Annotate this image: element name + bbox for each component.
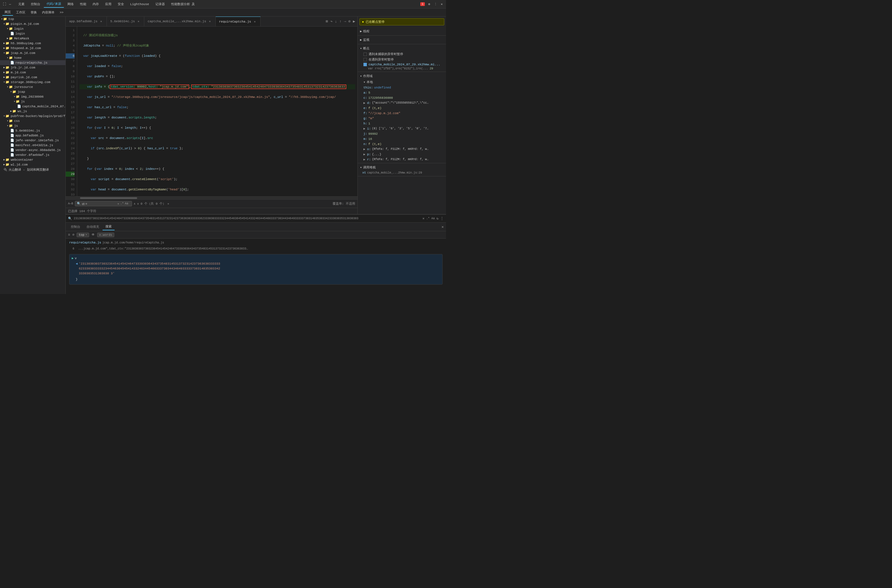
scope-r[interactable]: ▶ r: {RfeFa: f, FSiZM: f, mKRYd: f, wuAh… <box>358 157 446 162</box>
scope-d[interactable]: ▶ d: {"account":"\"15555055912\",\"ccode… <box>358 100 446 106</box>
horizontal-scrollbar[interactable] <box>66 196 357 199</box>
clear-search-icon[interactable]: ✕ <box>117 202 119 206</box>
bp-caught-checkbox[interactable] <box>363 58 367 62</box>
nav-tab-perf-data[interactable]: 性能数据分析 及 <box>168 1 198 8</box>
toolbar-clear-icon[interactable]: ⊘ <box>72 232 74 237</box>
expand-icon[interactable]: ↔ <box>8 2 12 6</box>
tree-item-jrb[interactable]: ▶ 📁 jrb.jr.jd.com <box>0 65 65 70</box>
eye-icon[interactable]: 👁 <box>92 232 95 237</box>
nav-tab-elements[interactable]: 元素 <box>15 1 27 8</box>
bottom-tab-search[interactable]: 搜索 <box>102 223 114 230</box>
threads-header[interactable]: ▶ 线程 <box>358 28 446 34</box>
nav-tab-console[interactable]: 控制台 <box>28 1 43 8</box>
step-out-icon[interactable]: ↑ <box>340 20 342 24</box>
resume-icon[interactable]: ▶ <box>353 19 355 24</box>
nav-tab-performance[interactable]: 性能 <box>77 1 89 8</box>
file-tab-close-icon[interactable]: ✕ <box>99 20 103 23</box>
result-file-row[interactable]: requireCaptcha.js jcap.m.jd.com/home/req… <box>68 240 444 246</box>
tree-item-requirecaptcha[interactable]: 📄 requireCaptcha.js <box>0 60 65 65</box>
search-input-area[interactable]: 🔍 ✕ .* Aa <box>75 201 132 206</box>
scope-p[interactable]: ▶ p: {...} <box>358 152 446 157</box>
expand-icon[interactable]: ▶ <box>363 101 366 105</box>
tree-item-wljd[interactable]: ▶ 📁 wl.jd.com <box>0 162 65 167</box>
tree-item-manifest[interactable]: 📄 manifest.e643d21a.js <box>0 143 65 148</box>
tree-item-img[interactable]: ▾ 📁 img_20230906 <box>0 94 65 99</box>
expand-arrow-icon2[interactable]: ◀ <box>76 261 78 266</box>
nav-tab-recorder[interactable]: 记录器 <box>153 1 168 8</box>
subnav-tab-overrides[interactable]: 替换 <box>28 9 39 15</box>
tree-item-jcap2[interactable]: ▾ 📁 jcap <box>0 89 65 94</box>
step-into-icon[interactable]: ↓ <box>335 20 337 24</box>
scope-o[interactable]: ▶ o: {RfeFa: f, FSiZM: f, mKRYd: f, wuAh… <box>358 147 446 152</box>
tree-item-vendor[interactable]: 📄 vendor.8faeb9af.js <box>0 152 65 157</box>
scrollbar-thumb[interactable] <box>80 197 137 199</box>
scope-i[interactable]: ▶ i: (8) ['1', '6', '3', '5', '0', '7', … <box>358 126 446 131</box>
tree-item-wsjs[interactable]: ▶ 📁 ws_js <box>0 109 65 114</box>
file-tab-captcha[interactable]: captcha_mobile_...xk2hmw.min.js ✕ <box>144 16 216 26</box>
code-content[interactable]: // 测试环境模拟加载js JdCaptcha = null; // 声明全局J… <box>77 27 357 196</box>
nav-tab-network[interactable]: 网络 <box>65 1 77 8</box>
tree-item-5e90[interactable]: 📄 5.6e90334c.js <box>0 128 65 133</box>
search-input[interactable] <box>82 202 116 206</box>
regex-icon-bottom[interactable]: .* <box>426 217 430 220</box>
expand-icon[interactable]: ▶ <box>363 157 366 162</box>
bottom-tab-autofill[interactable]: 自动填充 <box>84 224 102 230</box>
bp-uncaught-checkbox[interactable] <box>363 52 367 56</box>
tree-item-pubfree[interactable]: ▾ 📁 pubfree-bucket/mplogin/prod/ffc... <box>0 114 65 118</box>
nav-tab-memory[interactable]: 内存 <box>90 1 102 8</box>
callstack-header[interactable]: ▾ 调用堆栈 <box>358 164 446 170</box>
options-icon[interactable]: ⋮ <box>440 216 444 220</box>
tree-item-h5speed[interactable]: ▶ 📁 h5speed.m.jd.com <box>0 46 65 51</box>
callstack-item[interactable]: xt captcha_mobile_...2hmw.min.js:29 <box>358 170 446 175</box>
scope-header[interactable]: ▾ 作用域 <box>358 73 446 79</box>
tree-item-css[interactable]: ▾ 📁 css <box>0 118 65 123</box>
file-tab-requirecaptcha[interactable]: requireCaptcha.js ✕ <box>216 16 260 26</box>
step-icon[interactable]: → <box>344 20 346 24</box>
tree-item-jsresource[interactable]: ▾ 📁 jsresource <box>0 84 65 89</box>
regex-search-icon[interactable]: .* <box>120 202 124 205</box>
subnav-tab-content-scripts[interactable]: 内容脚本 <box>40 9 57 15</box>
nav-tab-security[interactable]: 安全 <box>115 1 127 8</box>
tree-item-metamask[interactable]: ▶ 📁 MetaMask <box>0 36 65 41</box>
local-scope-header[interactable]: ▾ 本地 <box>358 79 446 85</box>
subnav-tab-more[interactable]: >> <box>57 10 66 15</box>
refresh-icon[interactable]: ↻ <box>436 216 439 220</box>
tree-item-piogin[interactable]: ▾ 📁 piogin.m.jd.com <box>0 21 65 26</box>
toolbar-menu-icon[interactable]: ≡ <box>68 233 70 237</box>
tree-item-login[interactable]: ▾ 📁 login <box>0 26 65 31</box>
tree-item-home[interactable]: ▾ 📁 home <box>0 56 65 60</box>
file-tab-5e9[interactable]: 5.6e90334c.js ✕ <box>107 16 144 26</box>
case-search-icon[interactable]: Aa <box>125 202 128 205</box>
tree-item-jcap[interactable]: ▾ 📁 jcap.m.jd.com <box>0 51 65 56</box>
tree-item-payrisk[interactable]: ▶ 📁 payrisk.jd.com <box>0 75 65 80</box>
bp-enabled-checkbox[interactable] <box>363 63 367 66</box>
breakpoints-header[interactable]: ▾ 断点 <box>358 45 446 51</box>
prev-result-icon[interactable]: ∧ <box>134 202 135 206</box>
bottom-tab-console[interactable]: 控制台 <box>68 224 83 230</box>
tree-item-huoshan[interactable]: 🔌 火山翻译 - 划词和网页翻译 <box>0 167 65 172</box>
tree-item-webcontainer[interactable]: ▶ 📁 webcontainer <box>0 157 65 162</box>
close-search-icon[interactable]: ✕ <box>167 202 169 206</box>
result-code-row[interactable]: 6 ...jcap.m.jd.com",tdat_ctx:"2313030303… <box>68 246 444 252</box>
filter-input[interactable]: v.words <box>97 232 114 237</box>
format-icon[interactable]: ⊞ <box>326 19 328 24</box>
next-result-icon[interactable]: ∨ <box>137 202 139 206</box>
clear-search-bottom-icon[interactable]: ✕ <box>423 216 424 220</box>
code-editor[interactable]: 12345 6 78910 11121314 15161718 19202122… <box>66 27 357 196</box>
expand-icon[interactable]: ▶ <box>363 126 366 131</box>
subnav-tab-workspace[interactable]: 工作区 <box>14 9 28 15</box>
subnav-tab-webpage[interactable]: 网页 <box>2 9 13 16</box>
tree-item-captcha-mobile[interactable]: 📄 captcha_mobile_2024_07... <box>0 104 65 109</box>
nav-tab-lighthouse[interactable]: Lighthouse <box>128 2 152 7</box>
expand-icon[interactable]: ▶ <box>363 147 366 152</box>
tree-item-vendor-async[interactable]: 📄 vendor-async.9b8ada56.js <box>0 148 65 152</box>
tree-item-login-file[interactable]: 📄 login <box>0 31 65 36</box>
tree-item-storage360[interactable]: ▾ 📁 storage.360buyimg.com <box>0 80 65 84</box>
expand-icon[interactable]: ▶ <box>363 152 366 157</box>
tree-item-js2[interactable]: ▾ 📁 js <box>0 123 65 128</box>
file-tab-close-icon[interactable]: ✕ <box>137 20 141 23</box>
nav-tab-application[interactable]: 应用 <box>102 1 114 8</box>
file-tab-close-icon[interactable]: ✕ <box>208 20 212 23</box>
tree-item-jmfe[interactable]: 📄 jmfe-vendor.18e1efeb.js <box>0 138 65 143</box>
watch-header[interactable]: ▶ 监视 <box>358 37 446 43</box>
